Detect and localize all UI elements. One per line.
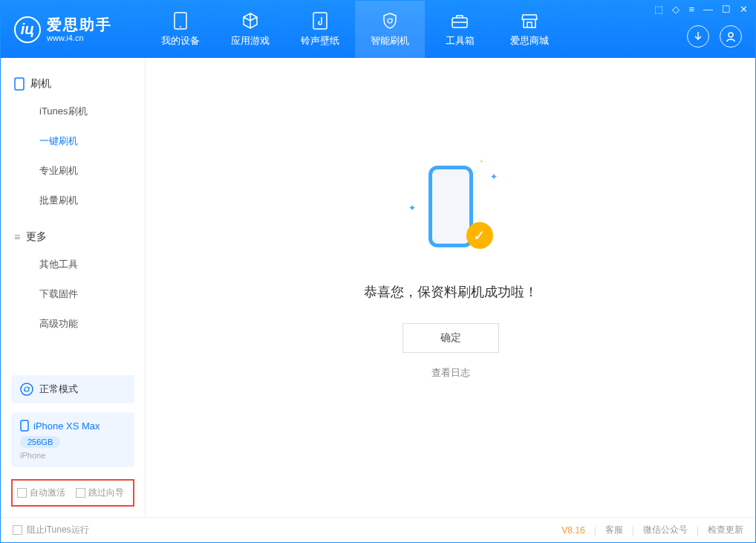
- success-illustration: ✦ ✦ ✦ ✓: [395, 151, 506, 262]
- sidebar-group-more: ≡ 更多: [1, 224, 145, 250]
- tab-label: 工具箱: [446, 34, 475, 48]
- sidebar-item-download-firmware[interactable]: 下载固件: [1, 279, 145, 309]
- svg-point-1: [180, 26, 181, 27]
- mode-box[interactable]: 正常模式: [11, 375, 134, 403]
- nav-tabs: 我的设备 应用游戏 铃声壁纸 智能刷机 工具箱 爱思商城: [146, 1, 564, 58]
- logo-icon: iц: [14, 16, 41, 43]
- tab-ringtones-wallpapers[interactable]: 铃声壁纸: [285, 1, 355, 58]
- tab-smart-flash[interactable]: 智能刷机: [355, 1, 425, 58]
- user-icon[interactable]: [720, 25, 742, 48]
- close-button[interactable]: ✕: [740, 4, 748, 15]
- device-icon: [14, 77, 25, 91]
- tab-label: 我的设备: [161, 34, 200, 48]
- sidebar-item-advanced[interactable]: 高级功能: [1, 309, 145, 339]
- tab-my-device[interactable]: 我的设备: [146, 1, 215, 58]
- shield-sync-icon: [381, 12, 399, 30]
- tab-store[interactable]: 爱思商城: [495, 1, 564, 58]
- sparkle-icon: ✦: [408, 203, 416, 213]
- svg-rect-7: [21, 420, 28, 431]
- version-label: V8.16: [561, 525, 584, 536]
- tab-label: 应用游戏: [231, 34, 270, 48]
- sidebar-item-oneclick-flash[interactable]: 一键刷机: [1, 126, 145, 156]
- device-type: iPhone: [20, 451, 126, 460]
- svg-point-6: [21, 383, 33, 395]
- sparkle-icon: ✦: [479, 158, 484, 165]
- footer-left: 阻止iTunes运行: [13, 524, 89, 536]
- tab-label: 爱思商城: [510, 34, 549, 48]
- view-log-link[interactable]: 查看日志: [431, 366, 470, 380]
- sidebar-item-other-tools[interactable]: 其他工具: [1, 250, 145, 279]
- checkbox-icon: [76, 488, 85, 498]
- tab-toolbox[interactable]: 工具箱: [425, 1, 495, 58]
- sparkle-icon: ✦: [490, 172, 498, 182]
- menu-icon[interactable]: ≡: [688, 4, 694, 15]
- device-name-row: iPhone XS Max: [20, 420, 126, 432]
- device-capacity: 256GB: [20, 436, 60, 448]
- tab-label: 智能刷机: [371, 34, 409, 48]
- download-icon[interactable]: [687, 25, 709, 48]
- phone-small-icon: [20, 420, 29, 432]
- maximize-button[interactable]: ☐: [722, 4, 731, 15]
- app-header: iц 爱思助手 www.i4.cn 我的设备 应用游戏 铃声壁纸 智能刷机 工具…: [1, 1, 755, 58]
- footer-right: V8.16 | 客服 | 微信公众号 | 检查更新: [561, 524, 743, 536]
- checkbox-icon: [17, 488, 27, 498]
- footer-link-support[interactable]: 客服: [605, 524, 623, 536]
- list-icon: ≡: [14, 231, 20, 243]
- checkbox-icon: [13, 525, 22, 535]
- footer-link-update[interactable]: 检查更新: [708, 524, 743, 536]
- device-box[interactable]: iPhone XS Max 256GB iPhone: [11, 412, 134, 467]
- shirt-icon[interactable]: ⬚: [654, 4, 663, 15]
- sidebar-item-itunes-flash[interactable]: iTunes刷机: [1, 97, 145, 126]
- sidebar-item-batch-flash[interactable]: 批量刷机: [1, 186, 145, 215]
- footer-link-wechat[interactable]: 微信公众号: [643, 524, 688, 536]
- checkbox-block-itunes[interactable]: 阻止iTunes运行: [13, 524, 89, 536]
- window-controls: ⬚ ◇ ≡ ― ☐ ✕: [654, 4, 748, 15]
- sidebar: 刷机 iTunes刷机 一键刷机 专业刷机 批量刷机 ≡ 更多 其他工具 下载固…: [1, 58, 146, 517]
- footer: 阻止iTunes运行 V8.16 | 客服 | 微信公众号 | 检查更新: [1, 517, 755, 542]
- tab-label: 铃声壁纸: [301, 34, 339, 48]
- success-message: 恭喜您，保资料刷机成功啦！: [364, 283, 538, 301]
- tab-apps-games[interactable]: 应用游戏: [215, 1, 285, 58]
- svg-rect-2: [313, 13, 327, 29]
- sidebar-item-pro-flash[interactable]: 专业刷机: [1, 156, 145, 186]
- feedback-icon[interactable]: ◇: [672, 4, 680, 15]
- phone-icon: [172, 12, 189, 30]
- svg-rect-5: [15, 78, 24, 90]
- checkbox-skip-guide[interactable]: 跳过向导: [76, 487, 124, 499]
- main-content: ✦ ✦ ✦ ✓ 恭喜您，保资料刷机成功啦！ 确定 查看日志: [146, 58, 755, 517]
- check-badge-icon: ✓: [466, 222, 493, 249]
- cube-icon: [241, 12, 259, 30]
- logo-area: iц 爱思助手 www.i4.cn: [1, 16, 146, 43]
- sidebar-group-flash: 刷机: [1, 71, 145, 97]
- music-file-icon: [311, 12, 329, 30]
- ok-button[interactable]: 确定: [403, 323, 499, 353]
- header-actions: [687, 25, 742, 48]
- sync-icon: [20, 383, 33, 396]
- device-name: iPhone XS Max: [33, 420, 100, 432]
- minimize-button[interactable]: ―: [703, 4, 713, 15]
- checkbox-auto-activate[interactable]: 自动激活: [17, 487, 65, 499]
- body-area: 刷机 iTunes刷机 一键刷机 专业刷机 批量刷机 ≡ 更多 其他工具 下载固…: [1, 58, 755, 517]
- bottom-checkbox-row: 自动激活 跳过向导: [11, 479, 134, 507]
- store-icon: [521, 12, 538, 30]
- app-subtitle: www.i4.cn: [47, 33, 112, 43]
- svg-point-4: [729, 33, 733, 37]
- toolbox-icon: [451, 12, 469, 30]
- mode-label: 正常模式: [39, 383, 78, 396]
- app-title: 爱思助手: [47, 16, 112, 33]
